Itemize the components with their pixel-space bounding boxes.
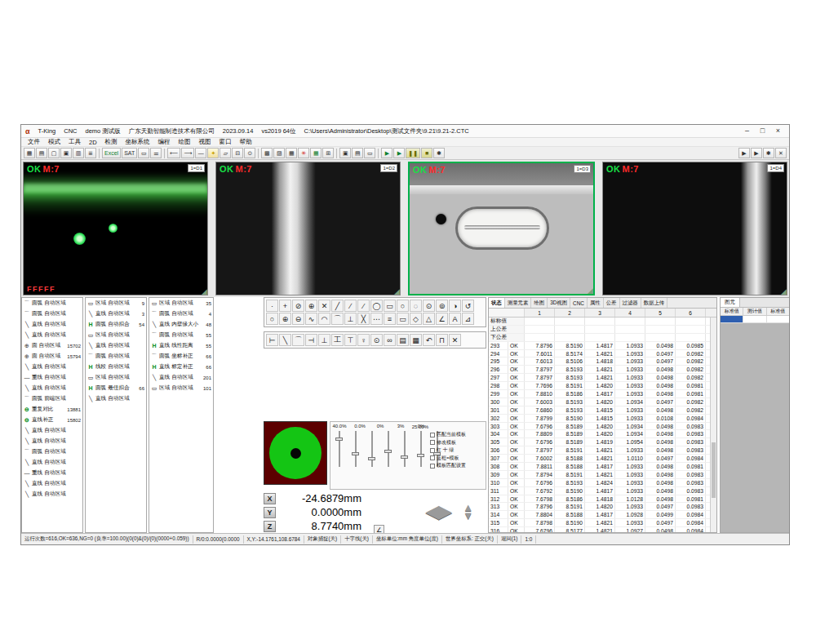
arrow-right-icon[interactable]: ⟶ (181, 148, 194, 158)
geometry-tool-0-26[interactable]: ▭ (397, 313, 409, 325)
geometry-tool-0-19[interactable]: ∿ (305, 313, 317, 325)
resize-grip-icon[interactable]: ◢ (781, 288, 787, 295)
resize-grip-icon[interactable]: ◢ (588, 287, 593, 295)
result-row-297[interactable]: 297OK7.87978.51931.48211.09330.04980.098… (489, 374, 710, 382)
geometry-tool-0-22[interactable]: ⊥ (344, 313, 357, 325)
sat-export-button[interactable]: SAT (122, 148, 137, 158)
feature-row-1[interactable]: ╲直线自动区域3 (86, 309, 146, 319)
feature-row-7[interactable]: —重线自动区域 (22, 372, 82, 383)
geometry-tool-0-3[interactable]: ⊕ (305, 300, 317, 312)
slider-handle[interactable] (352, 452, 359, 455)
geometry-tool-0-28[interactable]: △ (423, 313, 435, 325)
geometry-tool-0-18[interactable]: ⊖ (292, 313, 304, 325)
result-row-296[interactable]: 296OK7.87978.51931.48211.09330.04980.098… (489, 366, 710, 374)
geometry-tool-1-12[interactable]: ↶ (423, 334, 435, 346)
close-button[interactable]: × (771, 126, 785, 136)
list-view-icon[interactable]: ≣ (85, 148, 96, 158)
menu-item-6[interactable]: 编程 (154, 138, 175, 146)
layout-icon[interactable]: ▣ (60, 148, 72, 158)
arrow-left-icon[interactable]: ⟵ (167, 148, 180, 158)
checkbox-icon[interactable] (430, 464, 435, 469)
menu-item-7[interactable]: 绘图 (175, 138, 195, 146)
target-icon[interactable]: ✳ (298, 148, 309, 158)
play-disabled-icon[interactable]: ▶ (738, 148, 750, 158)
geometry-tool-0-31[interactable]: ⊿ (462, 313, 474, 325)
feature-row-16[interactable]: —重线自动区域 (22, 468, 82, 478)
light-slider-2[interactable] (368, 431, 375, 467)
stop-button[interactable]: ■ (421, 148, 432, 158)
slider-handle[interactable] (384, 450, 392, 453)
geometry-tool-1-2[interactable]: ⌒ (292, 334, 304, 346)
result-row-315[interactable]: 315OK7.87988.51901.48211.09330.04970.098… (489, 519, 710, 527)
menu-item-2[interactable]: 工具 (64, 138, 85, 146)
geometry-tool-0-10[interactable]: ○ (397, 300, 409, 312)
feature-row-2[interactable]: ╲直线自动区域 (22, 319, 82, 330)
resize-grip-icon[interactable]: ◢ (394, 288, 400, 295)
results-tab-1[interactable]: 测量元素 (505, 298, 532, 308)
result-row-294[interactable]: 294OK7.60118.51741.48211.09330.04970.098… (489, 350, 710, 358)
geometry-tool-1-10[interactable]: ▤ (397, 334, 409, 346)
geometry-tool-0-24[interactable]: ⋯ (370, 313, 383, 325)
geometry-tool-1-1[interactable]: ╲ (279, 334, 291, 346)
result-row-305[interactable]: 305OK7.67968.51891.48191.09540.04980.098… (489, 438, 710, 446)
feature-row-2[interactable]: ╲直线内壁缘大小48 (149, 319, 213, 330)
geometry-tool-0-4[interactable]: ✕ (318, 300, 330, 312)
feature-row-4[interactable]: H直线线性距离55 (149, 340, 213, 351)
feature-row-3[interactable]: ╲直线自动区域 (22, 330, 82, 340)
angle-mode-button[interactable]: ∠ (374, 525, 384, 533)
geometry-tool-0-21[interactable]: ⌒ (331, 313, 344, 325)
tools-icon[interactable]: ✱ (763, 148, 774, 158)
result-row-309[interactable]: 309OK7.87948.51911.48211.09330.04980.098… (489, 471, 710, 479)
results-tab-5[interactable]: 属性 (588, 298, 604, 308)
slider-handle[interactable] (401, 455, 408, 459)
result-row-312[interactable]: 312OK7.67988.51861.48181.01280.04980.098… (489, 495, 710, 504)
stage-icon[interactable]: ⊟ (232, 148, 243, 158)
geometry-tool-1-6[interactable]: ⊤ (344, 334, 357, 346)
geometry-tool-1-3[interactable]: ⊣ (305, 334, 317, 346)
scrollbar-thumb[interactable] (712, 442, 716, 498)
feature-row-5[interactable]: ⌒圆弧自动区域 (86, 351, 146, 362)
feature-row-7[interactable]: ▭区域自动区域 (86, 372, 146, 383)
element-row[interactable] (721, 316, 789, 323)
geometry-tool-1-7[interactable]: ♀ (357, 334, 370, 346)
geometry-tool-1-5[interactable]: 工 (331, 334, 344, 346)
pause-button[interactable]: ❚❚ (406, 148, 420, 158)
feature-row-11[interactable]: ⊖直线补正15802 (22, 415, 82, 425)
geometry-tool-0-1[interactable]: + (279, 300, 291, 312)
feature-row-5[interactable]: ⊕圆自动区域15794 (22, 351, 82, 362)
geometry-tool-0-17[interactable]: ⊕ (279, 313, 291, 325)
feature-row-3[interactable]: ▭区域自动区域 (86, 330, 146, 340)
measure-icon[interactable]: ▱ (220, 148, 231, 158)
geometry-tool-0-13[interactable]: ⊚ (436, 300, 448, 312)
checkbox-icon[interactable] (430, 448, 435, 453)
save-icon[interactable]: ▣ (339, 148, 351, 158)
light-icon[interactable]: ✦ (207, 148, 219, 158)
green-grid-icon[interactable]: ▦ (310, 148, 322, 158)
result-row-310[interactable]: 310OK7.67968.51931.48241.09330.04980.098… (489, 479, 710, 487)
result-row-311[interactable]: 311OK7.67928.51901.48171.09330.04980.098… (489, 487, 710, 495)
geometry-tool-0-30[interactable]: A (449, 313, 461, 325)
feature-row-4[interactable]: ⊕圆自动区域15702 (22, 340, 82, 351)
add-grid-icon[interactable]: ⊞ (322, 148, 334, 158)
grid-icon[interactable]: ▦ (24, 148, 35, 158)
menu-item-4[interactable]: 检测 (101, 138, 122, 146)
feature-row-0[interactable]: ▭区域自动区域9 (86, 298, 146, 309)
feature-row-1[interactable]: ⌒圆弧自动区域 (22, 309, 82, 319)
light-slider-4[interactable] (401, 431, 408, 467)
geometry-tool-0-29[interactable]: ∠ (436, 313, 448, 325)
light-option-3[interactable]: 蓝框=模板 (430, 455, 484, 463)
geometry-tool-0-5[interactable]: ╱ (331, 300, 344, 312)
calibration-grid-icon[interactable]: ▦ (286, 148, 297, 158)
feature-row-12[interactable]: ╲直线自动区域 (22, 425, 82, 436)
results-tab-3[interactable]: 3D视图 (548, 298, 570, 308)
slider-handle[interactable] (417, 454, 424, 457)
feature-row-13[interactable]: ╲直线自动区域 (22, 436, 82, 446)
element-cell[interactable] (767, 316, 789, 322)
play-alt-disabled-icon[interactable]: ▶ (751, 148, 762, 158)
feature-row-0[interactable]: ⌒圆弧自动区域 (22, 298, 82, 309)
light-slider-5[interactable] (417, 431, 424, 467)
geometry-tool-0-0[interactable]: · (266, 300, 278, 312)
menu-item-8[interactable]: 视图 (195, 138, 215, 146)
camera-view-3[interactable]: OKM:7 1=D3 ◢ (408, 162, 595, 295)
feature-row-6[interactable]: H线段自动区域 (86, 362, 146, 372)
